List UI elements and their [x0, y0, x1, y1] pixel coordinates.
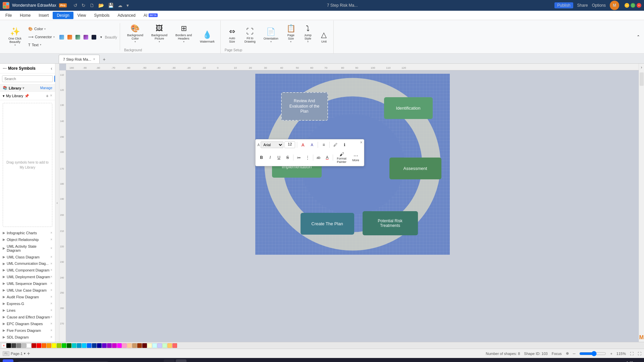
color-light-cyan[interactable]: [152, 343, 157, 348]
one-click-beautify-button[interactable]: ✨ One ClickBeautify ▾: [5, 24, 24, 49]
color-orange[interactable]: [47, 343, 51, 348]
ordered-list-button[interactable]: ≔: [295, 154, 303, 162]
sidebar-toggle[interactable]: ‹: [55, 64, 59, 342]
color-cream[interactable]: [147, 343, 152, 348]
sidebar-item-uml-communication[interactable]: ▶UML Communication Diag... ×: [0, 260, 55, 267]
theme-btn-5[interactable]: [91, 34, 97, 41]
publish-button[interactable]: Publish: [554, 2, 573, 8]
font-size-input[interactable]: 12: [284, 141, 295, 148]
cloud-button[interactable]: ☁: [116, 2, 124, 9]
maximize-button[interactable]: □: [631, 3, 635, 8]
text-color-button[interactable]: A: [323, 154, 331, 162]
sidebar-item-infographic[interactable]: ▶Infographic Charts ×: [0, 230, 55, 236]
taskbar-taskview[interactable]: ⊞: [115, 359, 126, 362]
manage-button[interactable]: Manage: [40, 86, 52, 90]
ab-button[interactable]: ab: [315, 154, 323, 162]
menu-insert[interactable]: Insert: [35, 12, 53, 19]
sidebar-item-uml-component[interactable]: ▶UML Component Diagram ×: [0, 267, 55, 274]
redo-button[interactable]: ↻: [80, 2, 87, 9]
taskbar-word[interactable]: W: [164, 359, 174, 362]
color-pink[interactable]: [117, 343, 122, 348]
underline-button[interactable]: U: [275, 154, 283, 162]
color-orange-red[interactable]: [42, 343, 46, 348]
color-light-gray[interactable]: [21, 343, 26, 348]
menu-advanced[interactable]: Advanced: [114, 12, 140, 19]
shape-assessment[interactable]: Assessment: [389, 158, 441, 179]
more-button[interactable]: ⋯ More: [350, 152, 362, 163]
color-blue[interactable]: [87, 343, 92, 348]
color-light-pink[interactable]: [122, 343, 127, 348]
jump-style-button[interactable]: ⤵ JumpStyle ▾: [301, 22, 315, 46]
remove-lines-icon[interactable]: ×: [50, 308, 52, 312]
remove-audit-icon[interactable]: ×: [50, 295, 52, 299]
sidebar-item-uml-activity[interactable]: ▶UML Activity State Diagram ×: [0, 243, 55, 254]
search-input[interactable]: [2, 75, 53, 82]
remove-uml-activity-icon[interactable]: ×: [50, 246, 52, 250]
color-black[interactable]: [6, 343, 11, 348]
menu-home[interactable]: Home: [16, 12, 35, 19]
theme-btn-1[interactable]: [58, 34, 65, 41]
theme-btn-4[interactable]: [83, 34, 89, 41]
search-button[interactable]: Search: [54, 75, 55, 82]
remove-uml-seq-icon[interactable]: ×: [50, 282, 52, 285]
tab-close[interactable]: ×: [93, 57, 95, 61]
auto-size-button[interactable]: ⇔ AutoSize: [225, 25, 239, 46]
sidebar-item-cause-effect[interactable]: ▶Cause and Effect Diagram ×: [0, 314, 55, 320]
font-family-select[interactable]: Arial: [261, 141, 283, 148]
sidebar-item-audit-flow[interactable]: ▶Audit Flow Diagram ×: [0, 294, 55, 300]
font-shrink-icon[interactable]: A: [308, 141, 316, 149]
active-tab[interactable]: 7 Step Risk Ma... ×: [59, 55, 100, 63]
sidebar-item-express-g[interactable]: ▶Express-G ×: [0, 300, 55, 307]
color-white[interactable]: [26, 343, 31, 348]
sidebar-item-object-relationship[interactable]: ▶Object Relationship ×: [0, 236, 55, 243]
strikethrough-button[interactable]: S: [284, 154, 292, 162]
open-button[interactable]: 📂: [97, 2, 105, 9]
bold-button[interactable]: B: [258, 154, 266, 162]
italic-button[interactable]: I: [266, 154, 274, 162]
color-gray[interactable]: [16, 343, 21, 348]
theme-more-arrow[interactable]: ▾: [99, 34, 104, 41]
fit-drawing-button[interactable]: ⛶ Fit toDrawing: [241, 25, 259, 46]
save-button[interactable]: 💾: [107, 2, 115, 9]
share-button[interactable]: Share: [577, 3, 588, 8]
color-red[interactable]: [37, 343, 41, 348]
sidebar-item-uml-sequence[interactable]: ▶UML Sequence Diagram ×: [0, 280, 55, 287]
align-icon[interactable]: ≡: [320, 141, 328, 149]
remove-cause-icon[interactable]: ×: [50, 315, 52, 319]
menu-symbols[interactable]: Symbols: [90, 12, 114, 19]
menu-design[interactable]: Design: [53, 12, 73, 19]
right-panel-toggle[interactable]: ›: [641, 65, 642, 70]
borders-headers-button[interactable]: ⊞ Borders andHeaders ▾: [172, 22, 195, 46]
add-tab-button[interactable]: +: [100, 55, 108, 63]
sidebar-item-uml-deployment[interactable]: ▶UML Deployment Diagram ×: [0, 274, 55, 280]
remove-express-icon[interactable]: ×: [50, 302, 52, 305]
taskbar-edraw[interactable]: ✎: [176, 359, 186, 362]
background-color-button[interactable]: 🎨 BackgroundColor ▾: [124, 22, 146, 46]
toolbar-close-icon[interactable]: ×: [360, 140, 362, 145]
sidebar-item-sdl[interactable]: ▶SDL Diagram ×: [0, 334, 55, 341]
remove-uml-comp-icon[interactable]: ×: [50, 268, 52, 272]
menu-view[interactable]: View: [73, 12, 90, 19]
color-none[interactable]: ✕: [1, 343, 6, 348]
color-dark-gray[interactable]: [11, 343, 16, 348]
taskbar-chrome[interactable]: 🌐: [152, 359, 162, 362]
options-button[interactable]: Options: [592, 3, 606, 8]
color-magenta[interactable]: [112, 343, 117, 348]
shape-review[interactable]: Review AndEvaluation of thePlan: [281, 92, 328, 121]
color-maroon[interactable]: [142, 343, 147, 348]
taskbar-edge[interactable]: 🌐: [127, 359, 138, 362]
background-picture-button[interactable]: 🖼 BackgroundPicture ▾: [148, 22, 170, 46]
info-icon[interactable]: ℹ: [340, 141, 348, 149]
beautify-dropdown[interactable]: ▾: [14, 44, 16, 47]
color-navy[interactable]: [97, 343, 102, 348]
page-1-thumbnail[interactable]: P1: [3, 351, 9, 356]
add-library-button[interactable]: +: [46, 93, 49, 99]
remove-uml-uc-icon[interactable]: ×: [50, 288, 52, 292]
watermark-button[interactable]: 💧 Watermark: [197, 28, 218, 46]
format-painter-button[interactable]: 🖌 FormatPainter: [334, 150, 349, 165]
my-library-label[interactable]: ▾ My Library 📌: [3, 94, 29, 98]
new-button[interactable]: 🗋: [88, 2, 96, 9]
unit-button[interactable]: △ Unit: [317, 28, 331, 46]
remove-object-icon[interactable]: ×: [50, 238, 52, 241]
sidebar-item-lines[interactable]: ▶Lines ×: [0, 307, 55, 314]
